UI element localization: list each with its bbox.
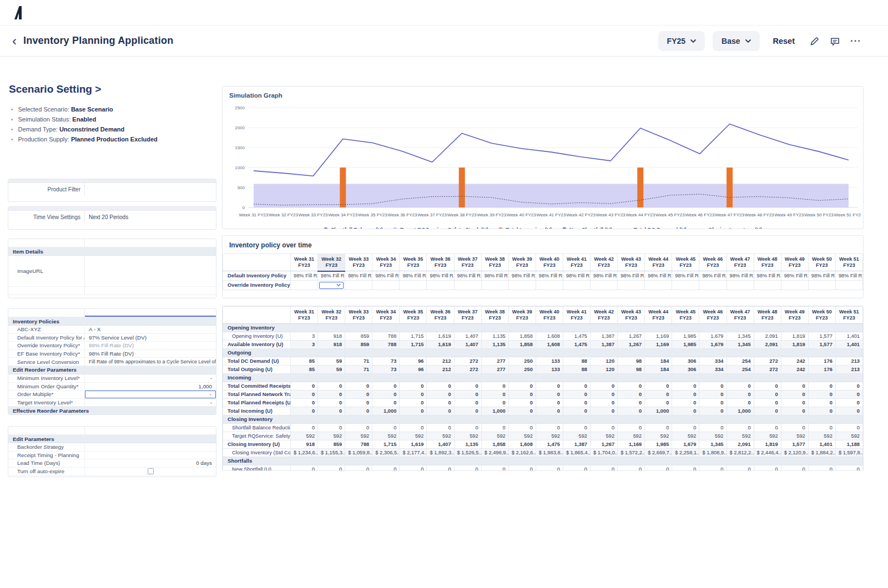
- week-column-header[interactable]: Week 41FY23: [563, 307, 590, 324]
- table-cell[interactable]: 0: [536, 407, 563, 415]
- table-cell[interactable]: 0: [291, 390, 318, 398]
- table-cell[interactable]: 0: [481, 398, 508, 407]
- legend-item[interactable]: New Shortfall (U): [562, 226, 612, 229]
- table-cell[interactable]: 1,819: [781, 332, 808, 340]
- table-cell[interactable]: 0: [563, 407, 590, 415]
- policy-cell[interactable]: [427, 281, 454, 290]
- table-cell[interactable]: 1,169: [645, 340, 672, 348]
- panel-row-value[interactable]: -: [85, 391, 216, 398]
- panel-row-value[interactable]: [85, 256, 216, 286]
- table-cell[interactable]: 0: [563, 465, 590, 471]
- table-cell[interactable]: 0: [318, 390, 345, 398]
- table-cell[interactable]: 592: [372, 432, 400, 440]
- table-cell[interactable]: 3: [291, 340, 318, 348]
- table-cell[interactable]: 592: [508, 432, 536, 440]
- table-cell[interactable]: 0: [400, 390, 427, 398]
- edit-pencil-icon[interactable]: [808, 35, 821, 48]
- table-cell[interactable]: 88: [563, 365, 590, 373]
- table-cell[interactable]: 0: [454, 423, 481, 432]
- override-policy-select[interactable]: [319, 282, 344, 289]
- table-cell[interactable]: 2,091: [754, 332, 781, 340]
- table-cell[interactable]: 1,619: [427, 340, 454, 348]
- table-cell[interactable]: 0: [291, 465, 318, 471]
- table-cell[interactable]: 1,345: [699, 440, 726, 448]
- table-cell[interactable]: 1,715: [400, 332, 427, 340]
- policy-cell[interactable]: 98% Fill R..: [835, 271, 862, 281]
- policy-cell[interactable]: 98% Fill R..: [318, 271, 345, 281]
- table-cell[interactable]: 592: [481, 432, 508, 440]
- table-cell[interactable]: 0: [291, 382, 318, 390]
- week-column-header[interactable]: Week 41FY23: [563, 254, 590, 271]
- table-cell[interactable]: 334: [699, 357, 726, 365]
- table-cell[interactable]: 0: [536, 398, 563, 407]
- week-column-header[interactable]: Week 48FY23: [754, 307, 781, 324]
- table-cell[interactable]: $ 2,120,9...: [781, 448, 808, 457]
- table-cell[interactable]: 0: [672, 407, 699, 415]
- table-cell[interactable]: 0: [835, 423, 862, 432]
- table-cell[interactable]: 0: [345, 390, 372, 398]
- table-cell[interactable]: 0: [645, 390, 672, 398]
- table-cell[interactable]: 277: [481, 365, 508, 373]
- table-cell[interactable]: 1,345: [726, 332, 754, 340]
- table-cell[interactable]: 0: [808, 398, 835, 407]
- table-cell[interactable]: 0: [699, 423, 726, 432]
- policy-cell[interactable]: [591, 281, 618, 290]
- policy-cell[interactable]: 98% Fill R..: [699, 271, 726, 281]
- table-cell[interactable]: 592: [808, 432, 835, 440]
- table-cell[interactable]: 1,267: [591, 440, 618, 448]
- comment-icon[interactable]: [829, 35, 841, 48]
- table-cell[interactable]: 0: [699, 382, 726, 390]
- policy-cell[interactable]: 98% Fill R..: [618, 271, 645, 281]
- table-cell[interactable]: 0: [672, 398, 699, 407]
- panel-row-value[interactable]: 98% Fill Rate (DV): [85, 342, 216, 349]
- table-cell[interactable]: 0: [345, 382, 372, 390]
- table-cell[interactable]: 88: [563, 357, 590, 365]
- table-cell[interactable]: 254: [726, 365, 754, 373]
- policy-cell[interactable]: 98% Fill R..: [672, 271, 699, 281]
- week-column-header[interactable]: Week 38FY23: [481, 254, 508, 271]
- week-column-header[interactable]: Week 36FY23: [427, 307, 454, 324]
- week-column-header[interactable]: Week 36FY23: [427, 254, 454, 271]
- table-cell[interactable]: 120: [591, 357, 618, 365]
- panel-row-value[interactable]: Fill Rate of 98% approximates to a Cycle…: [85, 358, 216, 366]
- panel-row-value[interactable]: -: [85, 374, 216, 382]
- policy-cell[interactable]: [808, 281, 835, 290]
- policy-cell[interactable]: 98% Fill R..: [726, 271, 754, 281]
- week-column-header[interactable]: Week 44FY23: [645, 254, 672, 271]
- policy-cell[interactable]: 98% Fill R..: [563, 271, 590, 281]
- table-cell[interactable]: 213: [835, 365, 862, 373]
- table-cell[interactable]: 0: [427, 423, 454, 432]
- table-cell[interactable]: $ 1,884,2...: [808, 448, 835, 457]
- table-cell[interactable]: 0: [563, 390, 590, 398]
- table-cell[interactable]: 592: [645, 432, 672, 440]
- table-cell[interactable]: 184: [645, 357, 672, 365]
- table-cell[interactable]: 0: [726, 423, 754, 432]
- table-cell[interactable]: 0: [481, 382, 508, 390]
- table-cell[interactable]: 0: [372, 398, 400, 407]
- table-cell[interactable]: 272: [454, 357, 481, 365]
- table-cell[interactable]: 592: [536, 432, 563, 440]
- panel-row-value[interactable]: [85, 475, 216, 477]
- time-view-value[interactable]: Next 20 Periods: [85, 214, 216, 220]
- table-cell[interactable]: $ 1,704,0...: [591, 448, 618, 457]
- table-cell[interactable]: 0: [781, 465, 808, 471]
- table-cell[interactable]: 592: [835, 432, 862, 440]
- table-cell[interactable]: 1,715: [372, 440, 400, 448]
- panel-row-value[interactable]: 97% Service Level (DV): [85, 334, 216, 342]
- table-cell[interactable]: 592: [754, 432, 781, 440]
- table-cell[interactable]: $ 2,162,6...: [508, 448, 536, 457]
- week-column-header[interactable]: Week 34FY23: [372, 254, 400, 271]
- table-cell[interactable]: $ 1,234,6...: [291, 448, 318, 457]
- week-column-header[interactable]: Week 32FY23: [318, 254, 345, 271]
- table-cell[interactable]: 0: [508, 390, 536, 398]
- policy-cell[interactable]: 98% Fill R..: [372, 271, 400, 281]
- table-cell[interactable]: 1,000: [645, 407, 672, 415]
- table-cell[interactable]: 1,985: [645, 440, 672, 448]
- policy-cell[interactable]: [345, 281, 372, 290]
- policy-cell[interactable]: [835, 281, 862, 290]
- legend-item[interactable]: Shortfall Balance (U): [324, 226, 383, 229]
- table-cell[interactable]: 0: [427, 390, 454, 398]
- table-cell[interactable]: 2,091: [726, 440, 754, 448]
- table-cell[interactable]: 1,267: [618, 340, 645, 348]
- table-cell[interactable]: 96: [400, 357, 427, 365]
